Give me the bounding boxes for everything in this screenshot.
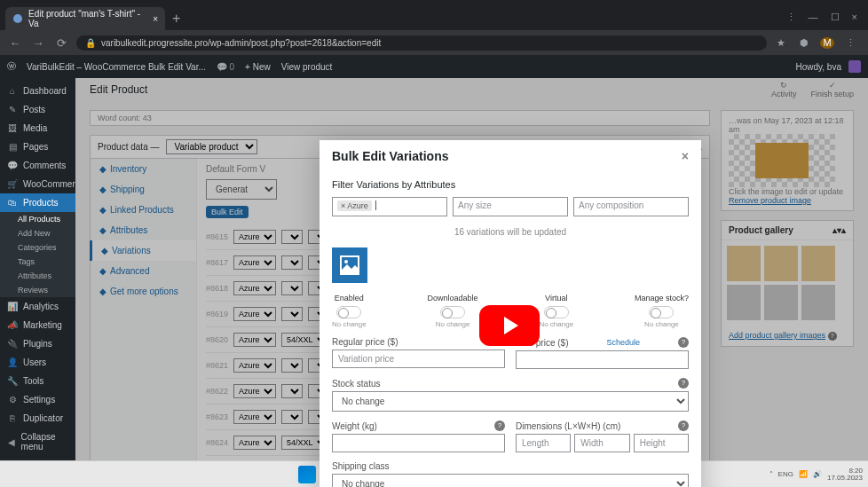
variation-image-placeholder[interactable] (332, 247, 367, 283)
sidebar-item-settings[interactable]: ⚙Settings (0, 390, 75, 409)
shipping-class-select[interactable]: No change (332, 474, 689, 487)
admin-sidebar: ⌂Dashboard ✎Posts 🖼Media ▤Pages 💬Comment… (0, 78, 75, 487)
lock-icon: 🔒 (85, 38, 96, 48)
sidebar-item-marketing[interactable]: 📣Marketing (0, 316, 75, 334)
sidebar-item-comments[interactable]: 💬Comments (0, 156, 75, 175)
start-icon[interactable] (298, 466, 316, 483)
sidebar-sub-attributes[interactable]: Attributes (0, 269, 75, 283)
nav-refresh-icon[interactable]: ⟳ (53, 36, 69, 50)
browser-tab[interactable]: Edit product "man's T-shirt" - Va × (5, 7, 165, 30)
no-change-text: No change (428, 320, 478, 328)
svg-point-0 (13, 14, 22, 23)
view-product-link[interactable]: View product (281, 62, 333, 72)
sidebar-item-plugins[interactable]: 🔌Plugins (0, 334, 75, 353)
filter-composition-input[interactable]: Any composition (573, 197, 689, 216)
toggle-switch[interactable] (336, 306, 361, 318)
modal-title: Bulk Edit Variations (332, 149, 448, 163)
new-link[interactable]: + New (245, 62, 271, 72)
toggle-switch[interactable] (649, 306, 674, 318)
stock-status-select[interactable]: No change (332, 391, 689, 412)
wp-logo-icon[interactable]: ⓦ (7, 60, 16, 73)
shipping-class-label: Shipping class (332, 461, 389, 471)
ext-icon[interactable]: ⋮ (786, 12, 796, 23)
regular-price-input[interactable] (332, 350, 505, 368)
regular-price-label: Regular price ($) (332, 337, 398, 347)
dimensions-label: Dimensions (L×W×H) (cm) (516, 421, 620, 431)
toggle-switch[interactable] (544, 306, 569, 318)
profile-icon[interactable]: M (820, 37, 834, 49)
help-icon[interactable]: ? (678, 420, 689, 431)
sale-price-input[interactable] (516, 350, 689, 369)
sidebar-item-media[interactable]: 🖼Media (0, 119, 75, 137)
window-minimize[interactable]: — (809, 12, 818, 23)
toggle-label: Manage stock? (635, 294, 689, 302)
toggle-switch[interactable] (440, 306, 465, 318)
schedule-link[interactable]: Schedule (606, 338, 640, 347)
tab-title: Edit product "man's T-shirt" - Va (28, 9, 147, 28)
window-maximize[interactable]: ☐ (831, 12, 840, 23)
toggle-label: Downloadable (428, 294, 478, 302)
avatar[interactable] (848, 60, 861, 73)
sidebar-item-woocommerce[interactable]: 🛒WooCommerce (0, 175, 75, 193)
sidebar-sub-add-new[interactable]: Add New (0, 226, 75, 240)
tray-lang[interactable]: ENG (778, 470, 793, 478)
updated-count-text: 16 variations will be updated (332, 227, 689, 237)
browser-menu-icon[interactable]: ⋮ (843, 37, 857, 49)
tray-clock[interactable]: 8:20 17.05.2023 (827, 467, 863, 482)
tray-wifi-icon[interactable]: 📶 (799, 470, 808, 478)
window-close[interactable]: × (852, 12, 857, 23)
weight-input[interactable] (332, 434, 505, 452)
width-input[interactable] (574, 434, 629, 452)
url-text: varibulkedit.progressite.pro/wp-admin/po… (101, 38, 381, 48)
weight-label: Weight (kg) (332, 421, 377, 431)
help-icon[interactable]: ? (494, 420, 505, 431)
extension-icon[interactable]: ★ (774, 37, 788, 49)
close-icon[interactable]: × (682, 149, 689, 163)
sidebar-item-pages[interactable]: ▤Pages (0, 137, 75, 156)
toggle-label: Enabled (332, 294, 367, 302)
height-input[interactable] (634, 434, 689, 452)
stock-status-label: Stock status (332, 379, 380, 389)
address-bar[interactable]: 🔒 varibulkedit.progressite.pro/wp-admin/… (76, 35, 767, 51)
new-tab-button[interactable]: + (165, 7, 187, 30)
tab-close-icon[interactable]: × (153, 14, 158, 24)
sidebar-item-products[interactable]: 🛍Products (0, 193, 75, 212)
filter-heading: Filter Variations by Attributes (332, 179, 689, 190)
help-icon[interactable]: ? (678, 337, 689, 348)
sidebar-item-users[interactable]: 👤Users (0, 353, 75, 372)
sidebar-collapse[interactable]: ◀Collapse menu (0, 428, 75, 456)
no-change-text: No change (539, 320, 573, 328)
nav-back-icon[interactable]: ← (7, 36, 23, 50)
toggle-label: Virtual (539, 294, 573, 302)
play-icon[interactable] (479, 305, 540, 346)
site-link[interactable]: VariBulkEdit – WooCommerce Bulk Edit Var… (27, 62, 206, 72)
sidebar-item-posts[interactable]: ✎Posts (0, 100, 75, 119)
sidebar-item-analytics[interactable]: 📊Analytics (0, 297, 75, 316)
wordpress-icon (12, 13, 23, 24)
extension-icon[interactable]: ⬢ (797, 37, 811, 49)
sidebar-item-dashboard[interactable]: ⌂Dashboard (0, 82, 75, 100)
help-icon[interactable]: ? (678, 378, 689, 389)
image-icon (339, 255, 360, 276)
comments-icon[interactable]: 💬 0 (217, 62, 234, 72)
sidebar-item-tools[interactable]: 🔧Tools (0, 372, 75, 390)
howdy-text[interactable]: Howdy, bva (795, 62, 841, 72)
sidebar-sub-reviews[interactable]: Reviews (0, 283, 75, 297)
no-change-text: No change (635, 320, 689, 328)
length-input[interactable] (516, 434, 571, 452)
no-change-text: No change (332, 320, 367, 328)
sidebar-sub-categories[interactable]: Categories (0, 240, 75, 255)
sidebar-sub-all-products[interactable]: All Products (0, 212, 75, 226)
tray-chevron-icon[interactable]: ˄ (769, 470, 773, 478)
tray-volume-icon[interactable]: 🔊 (813, 470, 822, 478)
sidebar-sub-tags[interactable]: Tags (0, 255, 75, 269)
chip-azure[interactable]: × Azure (337, 200, 372, 211)
nav-forward-icon[interactable]: → (30, 36, 46, 50)
filter-color-input[interactable]: × Azure (332, 197, 447, 216)
filter-size-input[interactable]: Any size (453, 197, 568, 216)
svg-point-2 (344, 260, 348, 263)
sidebar-item-duplicator[interactable]: ⎘Duplicator (0, 409, 75, 428)
